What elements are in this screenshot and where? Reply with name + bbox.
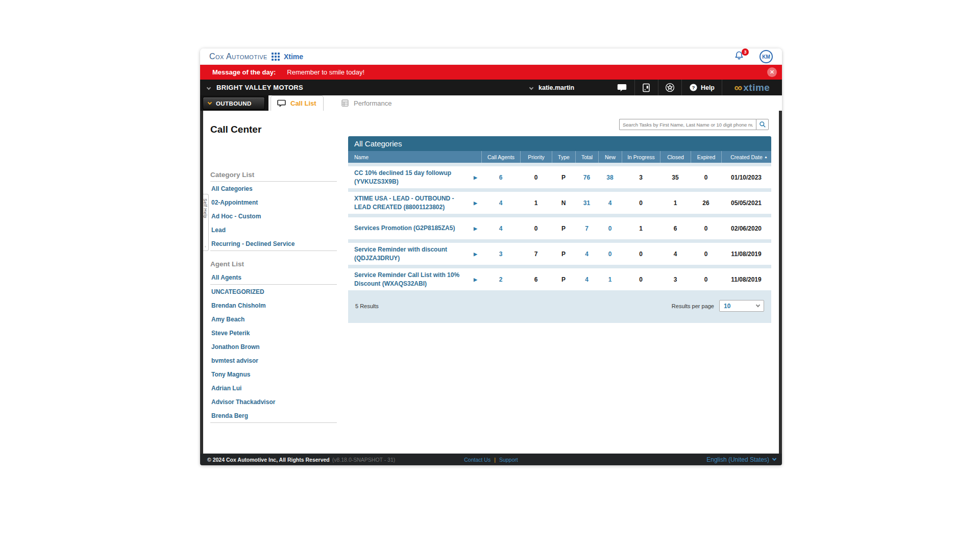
call-agents-link[interactable]: 4 [499,225,503,232]
kiosk-device-icon[interactable] [634,80,658,95]
sidebar-item-category[interactable]: Lead [210,223,337,237]
new-link[interactable]: 1 [608,276,612,283]
product-name: Xtime [284,53,303,61]
sidebar-item-agent[interactable]: Adrian Lui [210,381,337,395]
app-grid-icon[interactable] [272,53,280,61]
call-list-name-link[interactable]: CC 10% declined 15 day followup (YVKUZS3… [354,169,471,185]
cell-created: 01/10/2023 [721,174,771,181]
call-list-name-link[interactable]: Service Reminder Call List with 10% Disc… [354,271,471,287]
cell-total: 4 [575,251,598,258]
cell-priority: 1 [520,199,552,207]
favorites-star-icon[interactable] [658,80,681,95]
sidebar-item-agent[interactable]: Brenda Berg [210,409,337,422]
chevron-right-icon: › [205,244,206,249]
user-avatar[interactable]: KM [760,50,773,63]
sidebar-item-agent[interactable]: Brendan Chisholm [210,298,337,312]
column-header-name[interactable]: Name [348,151,481,163]
cell-type: P [552,251,575,258]
total-link[interactable]: 31 [583,199,590,207]
chat-icon[interactable] [610,80,634,95]
expand-play-icon[interactable]: ▶ [474,175,477,180]
total-link[interactable]: 7 [585,225,589,232]
call-agents-link[interactable]: 2 [499,276,503,283]
tab-performance[interactable]: Performance [334,95,405,111]
total-link[interactable]: 76 [583,174,590,181]
call-agents-link[interactable]: 4 [499,199,503,207]
sidebar-item-agent[interactable]: Jonathon Brown [210,340,337,354]
call-agents-link[interactable]: 3 [499,251,503,258]
call-list-name-link[interactable]: Service Reminder with discount (QDJZA3DR… [354,245,471,262]
message-of-the-day-banner: Message of the day: Remember to smile to… [200,65,782,80]
sidebar-item-category[interactable]: All Categories [210,182,337,195]
new-link[interactable]: 0 [608,251,612,258]
cell-expired: 0 [691,174,721,181]
call-list-name-link[interactable]: XTIME USA - LEAD - OUTBOUND - LEAD CREAT… [354,194,471,211]
cell-total: 7 [575,225,598,232]
expand-play-icon[interactable]: ▶ [474,226,477,231]
self-help-tab[interactable]: Self Help › [200,194,209,251]
tab-call-list[interactable]: Call List [271,95,324,111]
column-header-expired[interactable]: Expired [691,151,721,163]
column-header-call-agents[interactable]: Call Agents [481,151,520,163]
sidebar-item-agent[interactable]: Steve Peterik [210,326,337,340]
self-help-label: Self Help [203,198,208,218]
sidebar-item-category[interactable]: Ad Hoc - Custom [210,209,337,223]
call-list-name-link[interactable]: Services Promotion (G2P8185ZA5) [354,224,455,232]
results-count: 5 Results [355,303,379,309]
cell-created: 02/06/2020 [721,225,771,232]
sidebar-item-agent[interactable]: UNCATEGORIZED [210,285,337,298]
support-link[interactable]: Support [499,457,518,463]
new-link[interactable]: 4 [608,199,612,207]
column-header-new[interactable]: New [598,151,622,163]
column-header-total[interactable]: Total [575,151,598,163]
cell-priority: 7 [520,251,552,258]
agent-list: UNCATEGORIZEDBrendan ChisholmAmy BeachSt… [210,285,337,422]
sidebar-item-agent[interactable]: Advisor Thackadvisor [210,395,337,409]
table-title: All Categories [348,136,771,151]
call-agents-link[interactable]: 6 [499,174,503,181]
dealership-selector[interactable]: BRIGHT VALLEY MOTORS [207,80,303,95]
cell-call-agents: 4 [481,225,520,232]
new-link[interactable]: 38 [606,174,613,181]
column-header-created-date[interactable]: Created Date▲ [721,151,771,163]
content-area: Call Center Self Help › Category List Al… [200,111,782,454]
user-menu[interactable]: katie.martin [530,80,574,95]
results-per-page-select[interactable]: 10 [719,300,764,312]
expand-play-icon[interactable]: ▶ [474,252,477,257]
sidebar-item-category[interactable]: Recurring - Declined Service [210,237,337,251]
new-link[interactable]: 0 [608,225,612,232]
expand-play-icon[interactable]: ▶ [474,277,477,282]
cell-in-progress: 0 [622,251,660,258]
cell-call-agents: 3 [481,251,520,258]
banner-close-icon[interactable]: ✕ [767,67,777,77]
expand-play-icon[interactable]: ▶ [474,201,477,206]
cell-priority: 6 [520,276,552,283]
total-link[interactable]: 4 [585,276,589,283]
sidebar-item-category[interactable]: 02-Appointment [210,195,337,209]
sidebar-item-agent[interactable]: Amy Beach [210,312,337,326]
cell-closed: 1 [660,199,691,207]
notification-count-badge: 3 [742,48,749,56]
column-header-in-progress[interactable]: In Progress [622,151,660,163]
help-button[interactable]: ? Help [681,80,722,95]
toolbar-icons: ? Help ∞ xtime [610,80,782,95]
cell-type: P [552,276,575,283]
cell-call-agents: 4 [481,199,520,207]
cell-new: 0 [598,251,622,258]
column-header-closed[interactable]: Closed [660,151,691,163]
outbound-dropdown[interactable]: OUTBOUND [203,97,265,110]
search-button[interactable] [756,119,769,130]
language-selector[interactable]: English (United States) [706,454,776,465]
column-header-priority[interactable]: Priority [520,151,552,163]
cell-created: 11/08/2019 [721,251,771,258]
contact-us-link[interactable]: Contact Us [464,457,491,463]
app-footer: © 2024 Cox Automotive Inc, All Rights Re… [200,454,782,465]
sidebar-item-agent[interactable]: Tony Magnus [210,367,337,381]
sidebar-item-agent[interactable]: bvmtest advisor [210,354,337,367]
notifications-bell-icon[interactable]: 3 [734,51,746,63]
search-input[interactable] [619,119,756,130]
column-header-type[interactable]: Type [552,151,575,163]
svg-text:?: ? [692,85,695,90]
sidebar-item-all-agents[interactable]: All Agents [210,270,337,284]
total-link[interactable]: 4 [585,251,589,258]
